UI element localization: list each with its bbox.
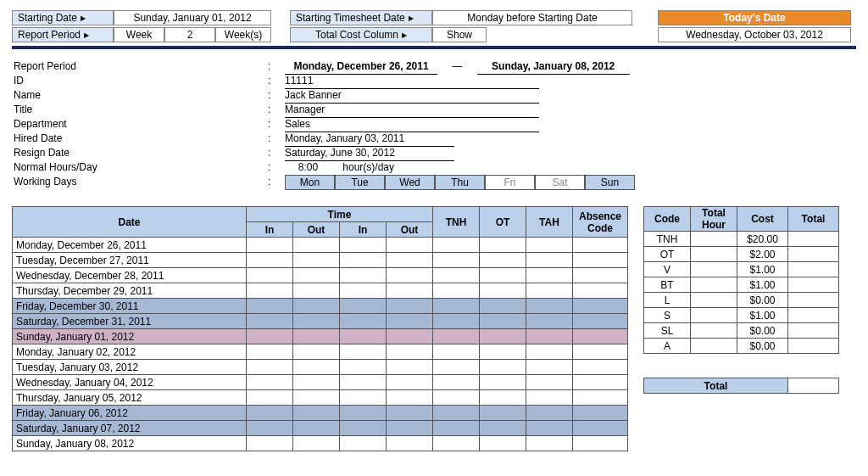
- ts-cell[interactable]: [247, 329, 293, 344]
- ts-cell[interactable]: [293, 421, 340, 436]
- ts-cell[interactable]: [247, 344, 293, 360]
- ts-cell[interactable]: [387, 344, 433, 360]
- ts-cell[interactable]: [340, 283, 387, 299]
- ts-cell[interactable]: [480, 421, 526, 436]
- resign-value[interactable]: Saturday, June 30, 2012: [285, 146, 454, 161]
- ts-cell[interactable]: [293, 329, 340, 344]
- ts-cell[interactable]: [526, 436, 573, 451]
- ts-cell[interactable]: [247, 360, 293, 375]
- ts-cell[interactable]: [526, 238, 573, 253]
- ts-cell[interactable]: [433, 238, 480, 253]
- ts-cell[interactable]: [526, 299, 573, 314]
- ts-cell[interactable]: [387, 253, 433, 268]
- ts-cell[interactable]: [247, 390, 293, 406]
- ts-cell[interactable]: [526, 283, 573, 299]
- ts-cell[interactable]: [293, 268, 340, 283]
- normal-value[interactable]: 8:00: [285, 160, 331, 176]
- ts-cell[interactable]: [573, 436, 628, 451]
- ts-cell[interactable]: [340, 344, 387, 360]
- working-day-sat[interactable]: Sat: [535, 175, 585, 190]
- ts-cell[interactable]: [573, 360, 628, 375]
- ts-cell[interactable]: [480, 283, 526, 299]
- ts-cell[interactable]: [433, 329, 480, 344]
- ts-cell[interactable]: [526, 406, 573, 421]
- ts-cell[interactable]: [433, 314, 480, 329]
- title-value[interactable]: Manager: [285, 103, 539, 118]
- ts-cell[interactable]: [573, 390, 628, 406]
- ts-cell[interactable]: [433, 283, 480, 299]
- ts-cell[interactable]: [480, 360, 526, 375]
- ts-cell[interactable]: [526, 375, 573, 390]
- ts-cell[interactable]: [340, 268, 387, 283]
- id-value[interactable]: 11111: [285, 74, 539, 89]
- ts-cell[interactable]: [526, 268, 573, 283]
- ts-cell[interactable]: [573, 329, 628, 344]
- ts-cell[interactable]: [387, 314, 433, 329]
- ts-cell[interactable]: [340, 299, 387, 314]
- ts-cell[interactable]: [340, 314, 387, 329]
- starting-date-value[interactable]: Sunday, January 01, 2012: [114, 10, 271, 25]
- ts-cell[interactable]: [293, 406, 340, 421]
- ts-cell[interactable]: [433, 253, 480, 268]
- ts-cell[interactable]: [433, 390, 480, 406]
- ts-cell[interactable]: [340, 406, 387, 421]
- ts-cell[interactable]: [293, 375, 340, 390]
- ts-cell[interactable]: [480, 406, 526, 421]
- ts-cell[interactable]: [573, 268, 628, 283]
- starting-timesheet-value[interactable]: Monday before Starting Date: [432, 10, 632, 25]
- ts-cell[interactable]: [480, 436, 526, 451]
- ts-cell[interactable]: [387, 406, 433, 421]
- ts-cell[interactable]: [573, 375, 628, 390]
- ts-cell[interactable]: [387, 238, 433, 253]
- ts-cell[interactable]: [526, 329, 573, 344]
- working-day-thu[interactable]: Thu: [435, 175, 485, 190]
- ts-cell[interactable]: [480, 253, 526, 268]
- ts-cell[interactable]: [573, 344, 628, 360]
- ts-cell[interactable]: [433, 375, 480, 390]
- ts-cell[interactable]: [247, 314, 293, 329]
- ts-cell[interactable]: [480, 390, 526, 406]
- ts-cell[interactable]: [573, 406, 628, 421]
- ts-cell[interactable]: [340, 360, 387, 375]
- ts-cell[interactable]: [573, 299, 628, 314]
- ts-cell[interactable]: [387, 375, 433, 390]
- working-day-fri[interactable]: Fri: [485, 175, 535, 190]
- ts-cell[interactable]: [433, 360, 480, 375]
- ts-cell[interactable]: [293, 238, 340, 253]
- ts-cell[interactable]: [526, 360, 573, 375]
- ts-cell[interactable]: [387, 436, 433, 451]
- ts-cell[interactable]: [480, 268, 526, 283]
- ts-cell[interactable]: [340, 375, 387, 390]
- ts-cell[interactable]: [480, 314, 526, 329]
- ts-cell[interactable]: [247, 238, 293, 253]
- ts-cell[interactable]: [573, 421, 628, 436]
- ts-cell[interactable]: [293, 360, 340, 375]
- ts-cell[interactable]: [433, 406, 480, 421]
- ts-cell[interactable]: [247, 299, 293, 314]
- ts-cell[interactable]: [480, 238, 526, 253]
- ts-cell[interactable]: [573, 253, 628, 268]
- ts-cell[interactable]: [293, 299, 340, 314]
- ts-cell[interactable]: [247, 268, 293, 283]
- ts-cell[interactable]: [340, 436, 387, 451]
- ts-cell[interactable]: [433, 344, 480, 360]
- ts-cell[interactable]: [293, 436, 340, 451]
- working-day-sun[interactable]: Sun: [585, 175, 635, 190]
- ts-cell[interactable]: [387, 299, 433, 314]
- ts-cell[interactable]: [387, 329, 433, 344]
- total-cost-value[interactable]: Show: [432, 27, 487, 42]
- ts-cell[interactable]: [480, 344, 526, 360]
- ts-cell[interactable]: [573, 283, 628, 299]
- ts-cell[interactable]: [293, 283, 340, 299]
- ts-cell[interactable]: [526, 253, 573, 268]
- ts-cell[interactable]: [293, 314, 340, 329]
- ts-cell[interactable]: [387, 268, 433, 283]
- ts-cell[interactable]: [526, 421, 573, 436]
- dept-value[interactable]: Sales: [285, 117, 539, 132]
- week-value[interactable]: 2: [164, 27, 215, 42]
- ts-cell[interactable]: [526, 314, 573, 329]
- working-day-wed[interactable]: Wed: [385, 175, 435, 190]
- ts-cell[interactable]: [293, 344, 340, 360]
- ts-cell[interactable]: [247, 406, 293, 421]
- working-day-tue[interactable]: Tue: [335, 175, 385, 190]
